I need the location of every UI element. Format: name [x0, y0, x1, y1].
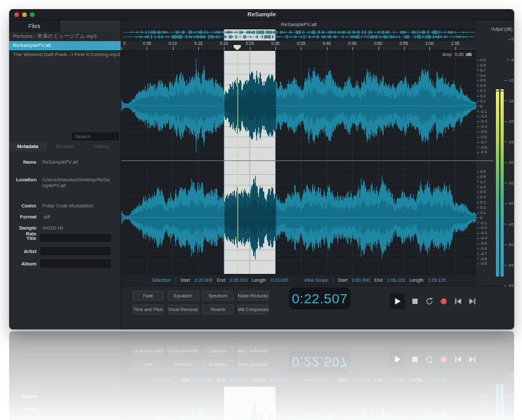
amplitude-tick: -0.6 [477, 247, 491, 251]
file-list-item[interactable]: ReSamplePV.aif [9, 41, 121, 50]
separator [333, 277, 333, 283]
db-tick: -35 [502, 181, 514, 185]
amplitude-tick: 0.2 [477, 94, 491, 98]
waveform-channel-right[interactable] [121, 161, 476, 274]
amplitude-tick: 0.7 [477, 68, 491, 73]
transport-controls [390, 293, 477, 309]
amplitude-tick: -0.3 [477, 119, 491, 124]
metadata-label: Album [9, 261, 37, 267]
overview-waveform[interactable] [121, 29, 476, 40]
view-scope-length-value: 1:09.120 [428, 278, 446, 282]
ruler-tick [275, 47, 276, 50]
control-bar: FadeEqualizerSpectrumNoise ReductionTime… [121, 286, 514, 329]
amplitude-tick: 0.9 [477, 170, 491, 174]
amplitude-tick: -0.9 [477, 262, 491, 266]
tab-browser[interactable]: Browser [46, 142, 84, 151]
amplitude-tick: 0.8 [477, 63, 491, 68]
equalizer-button[interactable]: Equalizer [168, 291, 199, 301]
amplitude-tick: 0.6 [477, 74, 491, 78]
db-tick: -40 [502, 202, 514, 205]
output-meter-panel: Output (dB) 0.90.80.70.60.50.40.30.20.10… [476, 20, 514, 286]
ruler-tick-label: 0:20 [220, 41, 228, 46]
view-scope-end-label: End [375, 278, 382, 282]
stop-icon [410, 297, 420, 306]
amplitude-tick: -0.8 [477, 145, 491, 150]
fade-button[interactable]: Fade [132, 291, 164, 301]
amplitude-tick: -0.9 [477, 150, 491, 155]
timeline-ruler[interactable]: 00:050:100:150:200:250:300:350:400:450:5… [121, 40, 476, 51]
noise-reduction-button[interactable]: Noise Reduction [238, 291, 269, 301]
amplitude-tick: -0.5 [477, 130, 491, 134]
mb-compressor-button[interactable]: MB Compressor [238, 305, 269, 314]
db-tick: -5 [502, 58, 514, 62]
amp-value: 0.00 [455, 52, 464, 57]
ruler-tick [224, 47, 224, 50]
view-scope-label: View Scope [304, 278, 328, 282]
ruler-tick [173, 47, 174, 50]
time-and-pitch-button[interactable]: Time and Pitch [132, 305, 164, 314]
loop-button[interactable] [425, 297, 434, 306]
skip-start-button[interactable] [453, 297, 463, 306]
ruler-tick-label: 0:15 [194, 41, 203, 46]
db-tick: -45 [502, 222, 514, 226]
amplitude-tick: 0.1 [477, 211, 491, 215]
metadata-label: Format [9, 214, 37, 220]
selection-label: Selection [152, 278, 171, 282]
ruler-tick [378, 47, 379, 50]
amplitude-tick: -0.3 [477, 231, 491, 235]
search-input[interactable] [72, 132, 119, 140]
db-tick: -15 [502, 99, 514, 103]
artist-field[interactable] [40, 247, 111, 255]
tab-history[interactable]: History [84, 142, 121, 151]
files-tabbar: Files [9, 20, 121, 32]
file-list-item[interactable]: Perfume - 未来のミュージアム.mp3 [9, 32, 121, 41]
minor-ticks [121, 48, 476, 50]
amplitude-tick: -0.7 [477, 252, 491, 256]
amplitude-tick: 0.5 [477, 78, 491, 83]
db-tick: -60 [502, 284, 514, 288]
amp-unit: dB [466, 52, 472, 57]
db-tick: 0 [502, 37, 514, 41]
tab-files[interactable]: Files [9, 20, 60, 32]
selection-end-label: End [217, 278, 225, 282]
ruler-tick [250, 47, 251, 50]
title-field[interactable] [40, 234, 111, 242]
ruler-tick-label: 0:35 [297, 41, 305, 46]
metadata-label: Artist [9, 248, 37, 254]
separator [176, 277, 176, 283]
metadata-label: Title [9, 235, 37, 241]
ruler-tick [429, 47, 430, 50]
waveform-channel-left[interactable] [121, 51, 476, 160]
tab-metadata[interactable]: Metadata [9, 142, 46, 151]
reverb-button[interactable]: Reverb [202, 305, 234, 314]
metadata-panel: NameReSamplePV.aifLocation/Users/shaoduo… [9, 151, 121, 329]
spectrum-button[interactable]: Spectrum [202, 291, 234, 301]
amplitude-tick: 0.6 [477, 185, 491, 190]
ruler-tick-label: 0:50 [374, 41, 382, 46]
stop-button[interactable] [410, 297, 420, 306]
waveform-area[interactable]: Amp:0.00dB [121, 51, 476, 274]
db-tick: -30 [502, 160, 514, 164]
vocal-removal-button[interactable]: Vocal Removal [168, 305, 199, 314]
amplitude-scale-left: 0.90.80.70.60.50.40.30.20.10-0.1-0.2-0.3… [477, 58, 491, 155]
file-list-item[interactable]: The Weeknd,Daft Punk - I Feel It Coming.… [9, 50, 121, 59]
play-button[interactable] [390, 293, 405, 309]
channel-separator [121, 160, 493, 161]
record-button[interactable] [439, 297, 448, 306]
amplitude-tick: 0.7 [477, 180, 491, 185]
skip-end-button[interactable] [468, 297, 477, 306]
titlebar[interactable]: ReSample [9, 9, 514, 20]
selection-infobar: SelectionStart0:20.000End0:30.000Length0… [121, 274, 476, 286]
ruler-tick-label: 0:05 [143, 41, 151, 46]
amplitude-tick: 0.2 [477, 205, 491, 210]
album-field[interactable] [40, 260, 111, 267]
ruler-tick [455, 47, 456, 50]
selection-length-label: Length [252, 278, 266, 282]
playhead-line[interactable] [238, 51, 238, 274]
amplitude-tick: -0.8 [477, 257, 491, 262]
file-list: Perfume - 未来のミュージアム.mp3ReSamplePV.aifThe… [9, 32, 121, 59]
amplitude-tick: -0.1 [477, 221, 491, 226]
amplitude-tick: 0 [477, 104, 491, 109]
overview-strip[interactable] [121, 29, 476, 40]
amplitude-tick: 0.4 [477, 195, 491, 200]
